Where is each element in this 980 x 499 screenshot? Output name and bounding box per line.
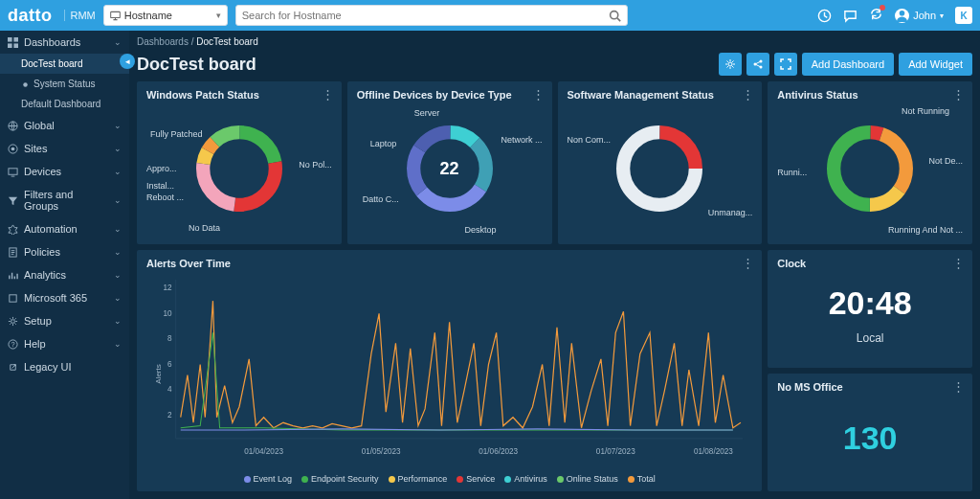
sidebar-item-setup[interactable]: Setup⌄ [0, 309, 129, 332]
svg-point-1 [610, 11, 617, 18]
widget-menu-icon[interactable]: ⋮ [322, 87, 334, 102]
widget-menu-icon[interactable]: ⋮ [952, 256, 965, 270]
breadcrumb: Dashboards / DocTest board [137, 36, 972, 47]
sidebar-item-dashboards[interactable]: Dashboards⌄ [0, 31, 129, 54]
device-icon [110, 11, 121, 21]
svg-text:01/08/2023: 01/08/2023 [694, 446, 733, 456]
svg-rect-14 [10, 294, 16, 301]
sidebar-item-sites[interactable]: Sites⌄ [0, 137, 129, 160]
sidebar-item-help[interactable]: ?Help⌄ [0, 332, 129, 355]
svg-rect-0 [110, 11, 120, 17]
add-dashboard-button[interactable]: Add Dashboard [802, 53, 894, 76]
svg-rect-12 [9, 168, 17, 173]
svg-rect-5 [13, 37, 18, 42]
sidebar-item-legacy[interactable]: Legacy UI [0, 355, 129, 378]
sidebar-item-analytics[interactable]: Analytics⌄ [0, 263, 129, 286]
svg-text:4: 4 [167, 384, 172, 394]
refresh-icon[interactable] [869, 7, 883, 24]
gear-icon [8, 316, 18, 327]
add-widget-button[interactable]: Add Widget [899, 53, 972, 76]
clock-icon[interactable] [817, 9, 832, 23]
chart-legend: Event Log Endpoint Security Performance … [146, 470, 752, 484]
clock-time: 20:48 [777, 284, 963, 322]
brand-sub: RMM [64, 10, 96, 21]
filter-icon [8, 195, 18, 206]
line-chart: Alerts 12108 642 01/04/2023 01/05/202301… [146, 269, 752, 470]
svg-text:12: 12 [163, 283, 171, 292]
widget-antivirus: Antivirus Status ⋮ Not Running Not De...… [768, 81, 972, 244]
main-content: Dashboards / DocTest board DocTest board… [129, 31, 980, 499]
user-menu[interactable]: John ▾ [895, 9, 944, 23]
svg-text:8: 8 [167, 333, 172, 343]
policies-icon [8, 247, 18, 258]
page-title: DocTest board [137, 55, 256, 75]
share-icon [752, 58, 764, 70]
m365-icon [8, 293, 18, 304]
svg-text:01/07/2023: 01/07/2023 [596, 446, 635, 456]
chat-icon[interactable] [843, 9, 858, 23]
svg-text:01/06/2023: 01/06/2023 [479, 446, 518, 456]
stat-value: 130 [843, 420, 898, 457]
share-button[interactable] [746, 53, 769, 76]
sidebar-item-devices[interactable]: Devices⌄ [0, 160, 129, 183]
widget-clock: Clock ⋮ 20:48 Local [768, 250, 972, 368]
sidebar-item-automation[interactable]: Automation⌄ [0, 217, 129, 240]
sidebar-collapse-button[interactable]: ◂ [120, 54, 135, 69]
sidebar-sub-doctest[interactable]: DocTest board [0, 54, 129, 74]
topbar-actions: John ▾ K [817, 7, 972, 24]
widget-swmgmt: Software Management Status ⋮ Non Com... … [558, 81, 763, 244]
donut-chart [822, 121, 918, 216]
avatar [895, 9, 909, 23]
app-switcher-icon[interactable]: K [955, 7, 972, 24]
widget-menu-icon[interactable]: ⋮ [952, 87, 965, 102]
fullscreen-button[interactable] [774, 53, 797, 76]
donut-chart [191, 121, 287, 216]
search-icon [609, 10, 621, 22]
chevron-down-icon: ⌄ [114, 37, 122, 47]
widget-menu-icon[interactable]: ⋮ [742, 87, 754, 102]
svg-point-3 [900, 10, 905, 15]
svg-point-18 [728, 62, 732, 66]
chevron-down-icon: ▾ [216, 11, 221, 20]
chevron-down-icon: ▾ [940, 11, 944, 20]
sidebar: ◂ Dashboards⌄ DocTest board System Statu… [0, 31, 129, 499]
device-icon [8, 167, 18, 177]
svg-point-8 [23, 82, 28, 87]
automation-icon [8, 224, 18, 235]
widget-offline: Offline Devices by Device Type ⋮ 22 Serv… [347, 81, 552, 244]
analytics-icon [8, 270, 18, 281]
svg-text:6: 6 [167, 358, 172, 368]
widget-menu-icon[interactable]: ⋮ [742, 256, 754, 270]
sidebar-item-m365[interactable]: Microsoft 365⌄ [0, 286, 129, 309]
search-input[interactable] [242, 10, 609, 21]
sidebar-sub-default[interactable]: Default Dashboard [0, 94, 129, 114]
help-icon: ? [8, 339, 18, 350]
svg-point-10 [11, 147, 15, 150]
widget-alerts: Alerts Over Time ⋮ Alerts 12108 642 01/0 [137, 250, 762, 491]
svg-rect-7 [13, 43, 18, 48]
search-filter-select[interactable]: Hostname ▾ [103, 5, 228, 26]
sidebar-item-global[interactable]: Global⌄ [0, 114, 129, 137]
widget-menu-icon[interactable]: ⋮ [532, 87, 545, 102]
expand-icon [780, 58, 791, 70]
svg-point-15 [11, 319, 15, 323]
widget-stat: No MS Office ⋮ 130 [768, 374, 972, 491]
external-icon [8, 362, 18, 373]
sites-icon [8, 144, 18, 154]
sidebar-sub-system-status[interactable]: System Status [0, 74, 129, 94]
svg-text:01/04/2023: 01/04/2023 [244, 446, 283, 456]
svg-text:2: 2 [167, 409, 172, 419]
sidebar-item-filters[interactable]: Filters and Groups⌄ [0, 183, 129, 217]
svg-rect-6 [8, 43, 12, 48]
widget-patch: Windows Patch Status ⋮ Fully Patched No … [137, 81, 342, 244]
globe-icon [8, 121, 18, 131]
grid-icon [8, 37, 18, 48]
sidebar-item-policies[interactable]: Policies⌄ [0, 240, 129, 263]
svg-text:01/05/2023: 01/05/2023 [362, 446, 401, 456]
search-input-wrap[interactable] [235, 5, 628, 26]
svg-text:10: 10 [163, 307, 171, 317]
donut-chart [612, 121, 707, 216]
settings-button[interactable] [719, 53, 742, 76]
brand-logo: datto [8, 6, 53, 26]
widget-menu-icon[interactable]: ⋮ [952, 379, 965, 394]
